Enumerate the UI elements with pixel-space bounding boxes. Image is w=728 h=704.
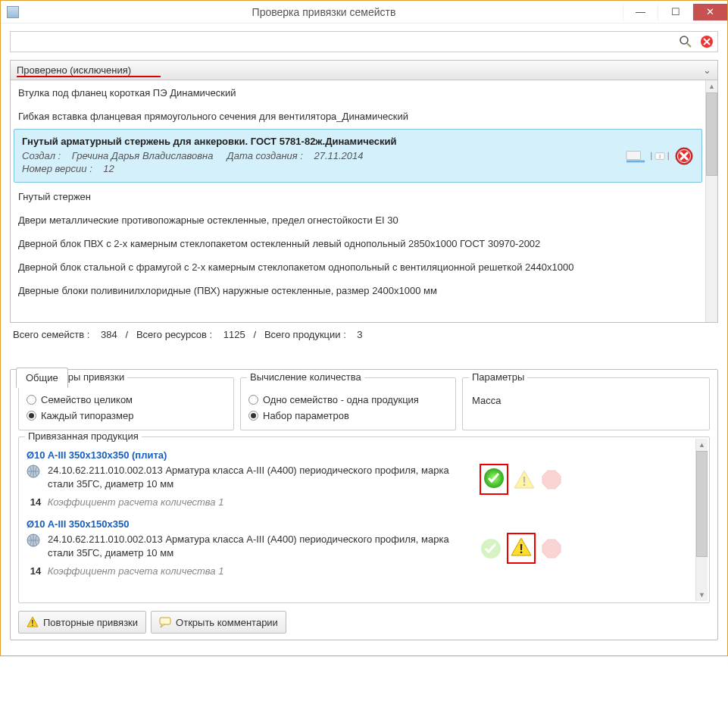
check-icon[interactable]	[480, 537, 502, 560]
svg-marker-19	[542, 471, 561, 489]
window-title: Проверка привязки семейств	[25, 6, 623, 18]
summary-row: Всего семейств : 384 / Всего ресурсов : …	[10, 323, 718, 352]
search-icon	[679, 35, 692, 48]
list-item-selected[interactable]: Гнутый арматурный стержень для анкеровки…	[14, 129, 702, 183]
warning-icon: !	[27, 616, 39, 628]
radio-icon	[27, 395, 36, 405]
search-bar	[10, 31, 718, 52]
dimension-button[interactable]: I	[650, 146, 670, 166]
stop-icon[interactable]	[540, 468, 563, 491]
radio-icon	[248, 411, 258, 421]
list-item[interactable]: Двери металлические противопожарные осте…	[11, 208, 705, 231]
delete-icon	[674, 146, 694, 166]
close-button[interactable]: ✕	[692, 4, 727, 20]
search-input[interactable]	[11, 32, 675, 52]
search-button[interactable]	[675, 32, 696, 52]
family-list: Втулка под фланец короткая ПЭ Динамическ…	[10, 80, 718, 323]
product-desc: 24.10.62.211.010.002.013 Арматура класса…	[48, 533, 472, 560]
svg-text:!: !	[31, 619, 33, 627]
fieldset-params: Параметры Масса	[462, 377, 710, 430]
params-value: Масса	[470, 392, 701, 409]
legend-quantity: Вычисление количества	[247, 371, 364, 383]
tape-button[interactable]	[626, 146, 645, 166]
globe-icon	[27, 465, 40, 478]
status-highlight: !	[507, 533, 536, 564]
group-underline	[17, 76, 161, 77]
clear-search-button[interactable]	[696, 32, 717, 52]
svg-point-0	[680, 36, 688, 44]
list-item[interactable]: Дверной блок стальной с фрамугой с 2-х к…	[11, 255, 705, 278]
svg-line-1	[687, 43, 691, 47]
scroll-thumb[interactable]	[706, 92, 717, 176]
svg-rect-27	[160, 618, 170, 624]
main-window: Проверка привязки семейств — ☐ ✕	[0, 0, 728, 656]
stop-icon[interactable]	[540, 537, 563, 560]
product-status: !	[480, 533, 563, 564]
radio-binding-whole[interactable]: Семейство целиком	[27, 392, 226, 408]
open-comments-button[interactable]: Открыть комментарии	[151, 611, 286, 634]
product-coef-row: 14 Коэффициент расчета количества 1	[27, 496, 689, 508]
selected-meta: Создал : Гречина Дарья Владиславовна Дат…	[22, 150, 694, 161]
legend-products: Привязанная продукция	[25, 430, 142, 442]
fieldset-quantity: Вычисление количества Одно семейство - о…	[240, 377, 456, 430]
list-item[interactable]: Втулка под фланец короткая ПЭ Динамическ…	[11, 80, 705, 104]
products-scrollbar[interactable]: ▲ ▼	[695, 439, 708, 601]
product-item[interactable]: Ø10 A-III 350х130х350 (плита) 24.10.62.2…	[27, 449, 689, 508]
list-item[interactable]: Дверные блоки поливинилхлоридные (ПВХ) н…	[11, 278, 705, 302]
chevron-down-icon: ⌄	[703, 64, 711, 76]
list-item[interactable]: Дверной блок ПВХ с 2-х камерным стеклопа…	[11, 231, 705, 255]
svg-rect-5	[626, 151, 641, 159]
tabs-area: Общие Параметры привязки Семейство целик…	[10, 369, 718, 640]
status-highlight	[480, 464, 508, 495]
titlebar: Проверка привязки семейств — ☐ ✕	[1, 1, 727, 23]
group-header-label: Проверено (исключения)	[17, 64, 131, 76]
svg-text:!: !	[519, 542, 523, 556]
product-status: !	[480, 464, 563, 495]
tab-panel: Параметры привязки Семейство целиком Каж…	[10, 369, 718, 640]
legend-params: Параметры	[469, 371, 527, 383]
scroll-thumb[interactable]	[696, 451, 708, 557]
fieldset-row: Параметры привязки Семейство целиком Каж…	[18, 377, 710, 430]
minimize-button[interactable]: —	[623, 4, 658, 20]
tab-general[interactable]: Общие	[16, 368, 68, 388]
comment-icon	[159, 616, 171, 628]
globe-icon	[27, 533, 40, 547]
scroll-down-icon[interactable]: ▼	[696, 589, 708, 601]
radio-icon	[248, 395, 258, 405]
svg-text:!: !	[522, 474, 526, 489]
product-coef-row: 14 Коэффициент расчета количества 1	[27, 565, 689, 577]
footer-buttons: ! Повторные привязки Открыть комментарии	[18, 611, 710, 634]
delete-button[interactable]	[674, 146, 694, 166]
radio-quantity-set[interactable]: Набор параметров	[248, 408, 448, 424]
app-icon	[7, 6, 19, 18]
tape-icon	[626, 148, 645, 164]
content-area: Проверено (исключения) ⌄ Втулка под флан…	[1, 23, 727, 656]
check-icon	[483, 467, 505, 490]
window-controls: — ☐ ✕	[623, 4, 727, 20]
selected-version-row: Номер версии : 12	[22, 163, 694, 174]
radio-quantity-one[interactable]: Одно семейство - одна продукция	[248, 392, 448, 408]
radio-binding-each[interactable]: Каждый типоразмер	[27, 408, 226, 424]
list-scrollbar[interactable]: ▲	[705, 80, 717, 322]
product-desc: 24.10.62.211.010.002.013 Арматура класса…	[48, 464, 472, 491]
warning-icon[interactable]: !	[513, 468, 536, 491]
svg-marker-24	[542, 540, 561, 558]
list-item[interactable]: Гибкая вставка фланцевая прямоугольного …	[11, 104, 705, 127]
svg-text:I: I	[659, 152, 661, 159]
product-title: Ø10 A-III 350х130х350 (плита)	[27, 449, 689, 461]
products-box: Привязанная продукция Ø10 A-III 350х130х…	[18, 436, 710, 603]
radio-icon	[27, 411, 36, 421]
selected-actions: I	[626, 146, 694, 166]
scroll-up-icon[interactable]: ▲	[696, 439, 708, 451]
scroll-up-icon[interactable]: ▲	[706, 80, 717, 92]
product-item[interactable]: Ø10 A-III 350х150х350 24.10.62.211.010.0…	[27, 518, 689, 577]
dimension-icon: I	[650, 150, 670, 162]
list-item[interactable]: Гнутый стержен	[11, 184, 705, 208]
repeat-bindings-button[interactable]: ! Повторные привязки	[18, 611, 146, 634]
selected-title: Гнутый арматурный стержень для анкеровки…	[22, 136, 694, 147]
svg-rect-6	[626, 160, 645, 162]
product-title: Ø10 A-III 350х150х350	[27, 518, 689, 530]
warning-icon: !	[510, 536, 533, 559]
maximize-button[interactable]: ☐	[658, 4, 692, 20]
group-header[interactable]: Проверено (исключения) ⌄	[10, 60, 718, 80]
